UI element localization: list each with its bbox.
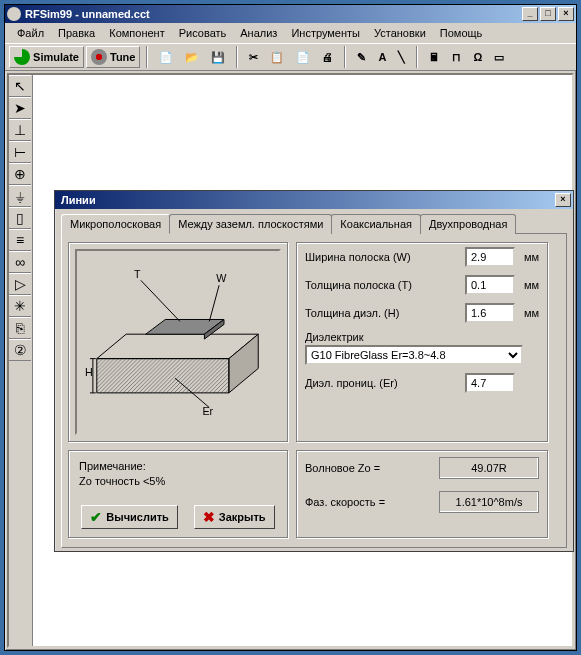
label-W: W	[216, 272, 227, 284]
vp-value: 1.61*10^8m/s	[439, 491, 539, 513]
x-icon: ✖	[203, 509, 215, 525]
er-label: Диэл. прониц. (Er)	[305, 377, 465, 389]
tabs: Микрополосковая Между заземл. плоскостям…	[61, 213, 567, 234]
main-titlebar: RFSim99 - unnamed.cct _ □ ×	[5, 5, 576, 23]
vertical-toolbar: ↖ ➤ ⊥ ⊢ ⊕ ⏚ ▯ ≡ ∞ ▷ ✳ ⎘ ②	[9, 75, 33, 646]
thickness-label: Толщина полоска (T)	[305, 279, 465, 291]
svg-marker-2	[97, 359, 229, 393]
diel-height-label: Толщина диэл. (H)	[305, 307, 465, 319]
inputs-group: Ширина полоска (W) мм Толщина полоска (T…	[296, 242, 548, 442]
new-button[interactable]: 📄	[154, 46, 178, 68]
microstrip-diagram: T W H Er	[75, 249, 281, 435]
tab-microstrip[interactable]: Микрополосковая	[61, 214, 170, 234]
menu-tools[interactable]: Инструменты	[285, 25, 366, 41]
svg-line-6	[209, 285, 219, 321]
width-input[interactable]	[465, 247, 515, 267]
menu-settings[interactable]: Установки	[368, 25, 432, 41]
menu-edit[interactable]: Правка	[52, 25, 101, 41]
match-button[interactable]: Ω	[468, 46, 487, 68]
close-button[interactable]: ×	[558, 7, 574, 21]
copy-button[interactable]: 📋	[265, 46, 289, 68]
vp-label: Фаз. скорость =	[305, 496, 439, 508]
label-H: H	[85, 366, 93, 378]
er-input[interactable]	[465, 373, 515, 393]
toolbar-separator	[344, 46, 346, 68]
filter-button[interactable]: ⊓	[447, 46, 466, 68]
simulate-button[interactable]: Simulate	[9, 46, 84, 68]
paste-button[interactable]: 📄	[291, 46, 315, 68]
tune-icon	[91, 49, 107, 65]
menu-component[interactable]: Компонент	[103, 25, 170, 41]
dialog-close-button[interactable]: ×	[555, 193, 571, 207]
crystal-tool[interactable]: ▯	[9, 207, 31, 229]
tline-tool[interactable]: ≡	[9, 229, 31, 251]
transformer-tool[interactable]: ∞	[9, 251, 31, 273]
results-group: Волновое Zo = 49.07R Фаз. скорость = 1.6…	[296, 450, 548, 538]
lines-dialog: Линии × Микрополосковая Между заземл. пл…	[54, 190, 574, 552]
inductor-tool[interactable]: ⊕	[9, 163, 31, 185]
amp-tool[interactable]: ▷	[9, 273, 31, 295]
width-unit: мм	[515, 251, 539, 263]
thickness-input[interactable]	[465, 275, 515, 295]
zo-value: 49.07R	[439, 457, 539, 479]
dialog-titlebar: Линии ×	[55, 191, 573, 209]
calc-button[interactable]: 🖩	[424, 46, 445, 68]
label-Er: Er	[202, 405, 213, 417]
line-button[interactable]: ▭	[489, 46, 509, 68]
cut-button[interactable]: ✂	[244, 46, 263, 68]
note-line2: Zo точность <5%	[79, 474, 277, 489]
toolbar-separator	[236, 46, 238, 68]
open-button[interactable]: 📂	[180, 46, 204, 68]
port-tool[interactable]: ②	[9, 339, 31, 361]
main-toolbar: Simulate Tune 📄 📂 💾 ✂ 📋 📄 🖨 ✎ A ╲ 🖩 ⊓ Ω …	[5, 43, 576, 71]
app-icon	[7, 7, 21, 21]
refresh-icon	[14, 49, 30, 65]
maximize-button[interactable]: □	[540, 7, 556, 21]
ground-tool[interactable]: ⏚	[9, 185, 31, 207]
menu-analysis[interactable]: Анализ	[234, 25, 283, 41]
erase-button[interactable]: ╲	[393, 46, 410, 68]
capacitor-tool[interactable]: ⊢	[9, 141, 31, 163]
material-select[interactable]: G10 FibreGlass Er=3.8~4.8	[305, 345, 523, 365]
tab-twowire[interactable]: Двухпроводная	[420, 214, 516, 234]
menubar: Файл Правка Компонент Рисовать Анализ Ин…	[5, 23, 576, 43]
dialog-body: Микрополосковая Между заземл. плоскостям…	[55, 209, 573, 552]
menu-draw[interactable]: Рисовать	[173, 25, 233, 41]
sparam-tool[interactable]: ⎘	[9, 317, 31, 339]
close-dialog-button[interactable]: ✖Закрыть	[194, 505, 275, 529]
minimize-button[interactable]: _	[522, 7, 538, 21]
save-button[interactable]: 💾	[206, 46, 230, 68]
diagram-group: T W H Er	[68, 242, 288, 442]
label-T: T	[134, 268, 141, 280]
tune-button[interactable]: Tune	[86, 46, 141, 68]
note-group: Примечание: Zo точность <5% ✔Вычислить ✖…	[68, 450, 288, 538]
calculate-label: Вычислить	[106, 511, 169, 523]
resistor-tool[interactable]: ⊥	[9, 119, 31, 141]
note-line1: Примечание:	[79, 459, 277, 474]
tab-content: T W H Er Ширина полоска (W) мм Толщ	[61, 234, 567, 548]
toolbar-separator	[146, 46, 148, 68]
xtal-tool[interactable]: ✳	[9, 295, 31, 317]
menu-file[interactable]: Файл	[11, 25, 50, 41]
material-label: Диэлектрик	[305, 331, 364, 343]
calculate-button[interactable]: ✔Вычислить	[81, 505, 178, 529]
app-title: RFSim99 - unnamed.cct	[25, 8, 520, 20]
tab-stripline[interactable]: Между заземл. плоскостями	[169, 214, 332, 234]
check-icon: ✔	[90, 509, 102, 525]
toolbar-separator	[416, 46, 418, 68]
menu-help[interactable]: Помощь	[434, 25, 489, 41]
close-label: Закрыть	[219, 511, 266, 523]
simulate-label: Simulate	[33, 51, 79, 63]
dialog-title: Линии	[57, 194, 553, 206]
zo-label: Волновое Zo =	[305, 462, 439, 474]
diel-height-unit: мм	[515, 307, 539, 319]
tab-coaxial[interactable]: Коаксиальная	[331, 214, 421, 234]
diel-height-input[interactable]	[465, 303, 515, 323]
pointer-tool[interactable]: ➤	[9, 97, 31, 119]
text-button[interactable]: A	[373, 46, 391, 68]
print-button[interactable]: 🖨	[317, 46, 338, 68]
wand-button[interactable]: ✎	[352, 46, 371, 68]
select-tool[interactable]: ↖	[9, 75, 31, 97]
width-label: Ширина полоска (W)	[305, 251, 465, 263]
thickness-unit: мм	[515, 279, 539, 291]
